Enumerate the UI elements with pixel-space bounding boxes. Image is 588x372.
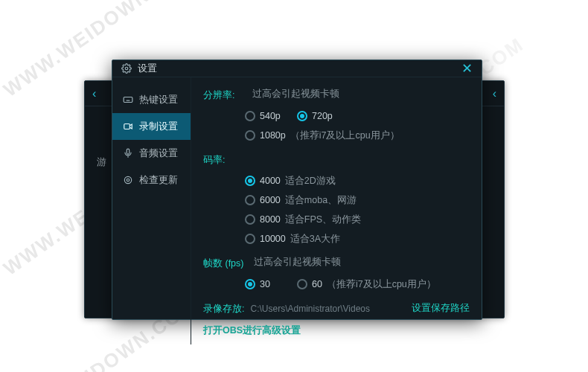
resolution-hint: 过高会引起视频卡顿 — [252, 88, 339, 100]
bitrate-option-4000[interactable]: 4000 适合2D游戏 — [245, 171, 383, 190]
settings-sidebar: 热键设置 录制设置 音频设置 检查更新 — [112, 77, 191, 344]
open-obs-advanced-link[interactable]: 打开OBS进行高级设置 — [203, 324, 301, 337]
fps-option-30[interactable]: 30 — [245, 275, 297, 294]
option-label: 30 — [260, 279, 270, 289]
svg-point-0 — [125, 67, 128, 70]
option-label: 540p — [260, 111, 281, 121]
fps-label: 帧数 (fps) — [203, 256, 243, 270]
resolution-option-720p[interactable]: 720p — [297, 106, 364, 126]
option-label: 4000 — [260, 176, 281, 186]
option-label: 1080p — [260, 130, 286, 141]
settings-dialog: 设置 ✕ 热键设置 录制设置 音频设置 — [112, 60, 482, 320]
bitrate-options: 4000 适合2D游戏 6000 适合moba、网游 8000 适合FPS、动作… — [245, 171, 470, 248]
sidebar-item-label: 检查更新 — [139, 174, 178, 187]
sidebar-item-record[interactable]: 录制设置 — [112, 113, 191, 140]
option-note: （推荐i7及以上cpu用户） — [327, 278, 436, 291]
radio-icon — [245, 234, 255, 244]
bitrate-option-10000[interactable]: 10000 适合3A大作 — [245, 229, 383, 248]
close-icon[interactable]: ✕ — [461, 60, 473, 77]
option-label: 10000 — [260, 234, 286, 244]
radio-icon — [297, 111, 307, 121]
chevron-left-icon[interactable]: ‹ — [92, 87, 96, 100]
set-save-path-link[interactable]: 设置保存路径 — [412, 302, 470, 315]
radio-icon — [245, 279, 255, 289]
option-note: 适合moba、网游 — [285, 194, 357, 207]
option-label: 720p — [312, 111, 333, 121]
radio-icon — [245, 195, 255, 205]
save-path-value: C:\Users\Administrator\Videos — [250, 304, 370, 314]
dialog-title: 设置 — [138, 62, 157, 75]
fps-hint: 过高会引起视频卡顿 — [254, 256, 341, 269]
bitrate-option-8000[interactable]: 8000 适合FPS、动作类 — [245, 210, 383, 229]
option-label: 60 — [312, 279, 322, 289]
save-path-label: 录像存放: — [203, 301, 244, 315]
mic-icon — [123, 148, 133, 158]
resolution-options: 540p 720p 1080p （推荐i7及以上cpu用户） — [245, 106, 470, 145]
record-icon — [123, 121, 133, 132]
keyboard-icon — [123, 94, 133, 105]
resolution-option-540p[interactable]: 540p — [245, 106, 297, 126]
resolution-label: 分辨率: — [203, 88, 245, 102]
option-note: 适合3A大作 — [290, 233, 340, 246]
sidebar-item-label: 音频设置 — [139, 147, 178, 160]
dialog-header: 设置 ✕ — [112, 60, 482, 77]
svg-rect-1 — [124, 97, 132, 103]
settings-content: 分辨率: 过高会引起视频卡顿 540p 720p 1080p （推荐i7及以上c… — [191, 77, 482, 344]
option-note: 适合2D游戏 — [285, 175, 336, 187]
option-note: 适合FPS、动作类 — [285, 214, 361, 226]
radio-icon — [245, 130, 255, 141]
sidebar-item-label: 录制设置 — [139, 121, 178, 133]
background-partial-label: 游 — [97, 155, 106, 169]
svg-point-4 — [124, 176, 131, 183]
fps-options: 30 60 （推荐i7及以上cpu用户） — [245, 275, 470, 294]
sidebar-item-update[interactable]: 检查更新 — [112, 167, 191, 193]
option-note: （推荐i7及以上cpu用户） — [290, 129, 400, 142]
bitrate-label: 码率: — [203, 153, 245, 167]
resolution-option-1080p[interactable]: 1080p （推荐i7及以上cpu用户） — [245, 126, 400, 145]
radio-icon — [297, 279, 307, 289]
svg-point-5 — [127, 179, 130, 182]
radio-icon — [245, 176, 255, 186]
sidebar-item-hotkey[interactable]: 热键设置 — [112, 86, 191, 113]
bitrate-option-6000[interactable]: 6000 适合moba、网游 — [245, 190, 383, 210]
option-label: 8000 — [260, 214, 281, 225]
fps-option-60[interactable]: 60 （推荐i7及以上cpu用户） — [297, 275, 436, 294]
radio-icon — [245, 111, 255, 121]
option-label: 6000 — [260, 195, 281, 205]
gear-icon — [121, 63, 132, 74]
svg-rect-3 — [127, 149, 130, 154]
target-icon — [123, 175, 133, 185]
chevron-left-icon[interactable]: ‹ — [493, 87, 496, 100]
sidebar-item-audio[interactable]: 音频设置 — [112, 140, 191, 167]
svg-rect-2 — [124, 124, 130, 129]
sidebar-item-label: 热键设置 — [139, 94, 178, 106]
radio-icon — [245, 214, 255, 225]
